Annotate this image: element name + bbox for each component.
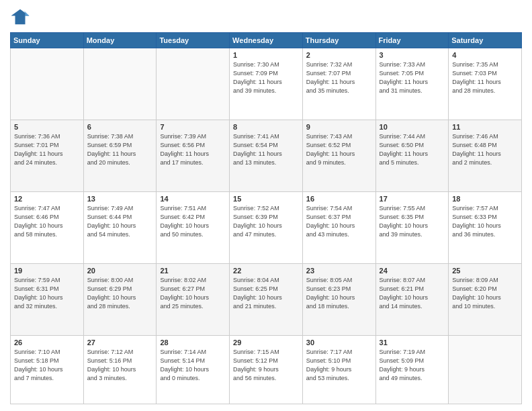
day-info: Sunrise: 7:33 AM Sunset: 7:05 PM Dayligh… [380, 60, 445, 95]
day-number: 5 [14, 123, 80, 131]
day-info: Sunrise: 7:14 AM Sunset: 5:14 PM Dayligh… [160, 348, 226, 383]
weekday-header-wednesday: Wednesday [230, 33, 303, 48]
calendar-table: SundayMondayTuesdayWednesdayThursdayFrid… [10, 32, 522, 404]
calendar-cell: 30Sunrise: 7:17 AM Sunset: 5:10 PM Dayli… [302, 336, 375, 404]
calendar-cell: 24Sunrise: 8:07 AM Sunset: 6:21 PM Dayli… [375, 264, 449, 336]
calendar-cell: 14Sunrise: 7:51 AM Sunset: 6:42 PM Dayli… [157, 192, 230, 264]
calendar-cell: 28Sunrise: 7:14 AM Sunset: 5:14 PM Dayli… [157, 336, 230, 404]
day-info: Sunrise: 7:17 AM Sunset: 5:10 PM Dayligh… [306, 348, 372, 383]
day-info: Sunrise: 7:41 AM Sunset: 6:54 PM Dayligh… [233, 132, 299, 167]
day-number: 7 [160, 123, 226, 131]
day-number: 20 [87, 267, 153, 275]
calendar-cell: 29Sunrise: 7:15 AM Sunset: 5:12 PM Dayli… [230, 336, 303, 404]
calendar-cell: 5Sunrise: 7:36 AM Sunset: 7:01 PM Daylig… [11, 120, 84, 192]
calendar-cell: 2Sunrise: 7:32 AM Sunset: 7:07 PM Daylig… [302, 48, 375, 120]
day-info: Sunrise: 7:55 AM Sunset: 6:35 PM Dayligh… [380, 204, 445, 239]
day-info: Sunrise: 7:15 AM Sunset: 5:12 PM Dayligh… [233, 348, 299, 383]
week-row-1: 1Sunrise: 7:30 AM Sunset: 7:09 PM Daylig… [11, 48, 522, 120]
calendar-cell: 27Sunrise: 7:12 AM Sunset: 5:16 PM Dayli… [83, 336, 157, 404]
calendar-cell: 23Sunrise: 8:05 AM Sunset: 6:23 PM Dayli… [302, 264, 375, 336]
calendar-cell: 20Sunrise: 8:00 AM Sunset: 6:29 PM Dayli… [83, 264, 157, 336]
day-number: 23 [306, 267, 372, 275]
day-number: 2 [306, 51, 372, 59]
calendar-cell: 3Sunrise: 7:33 AM Sunset: 7:05 PM Daylig… [375, 48, 449, 120]
day-info: Sunrise: 8:00 AM Sunset: 6:29 PM Dayligh… [87, 276, 153, 311]
page: SundayMondayTuesdayWednesdayThursdayFrid… [0, 0, 532, 411]
weekday-header-tuesday: Tuesday [157, 33, 230, 48]
day-info: Sunrise: 7:59 AM Sunset: 6:31 PM Dayligh… [14, 276, 80, 311]
day-info: Sunrise: 7:49 AM Sunset: 6:44 PM Dayligh… [87, 204, 153, 239]
weekday-header-thursday: Thursday [302, 33, 375, 48]
calendar-cell [83, 48, 157, 120]
calendar-cell [157, 48, 230, 120]
day-number: 11 [452, 123, 518, 131]
calendar-cell: 22Sunrise: 8:04 AM Sunset: 6:25 PM Dayli… [230, 264, 303, 336]
calendar-cell: 7Sunrise: 7:39 AM Sunset: 6:56 PM Daylig… [157, 120, 230, 192]
weekday-header-row: SundayMondayTuesdayWednesdayThursdayFrid… [11, 33, 522, 48]
day-number: 22 [233, 267, 299, 275]
day-number: 8 [233, 123, 299, 131]
day-number: 14 [160, 195, 226, 203]
header [10, 7, 522, 27]
weekday-header-monday: Monday [83, 33, 157, 48]
svg-marker-0 [11, 9, 30, 25]
calendar-cell: 15Sunrise: 7:52 AM Sunset: 6:39 PM Dayli… [230, 192, 303, 264]
calendar-cell: 8Sunrise: 7:41 AM Sunset: 6:54 PM Daylig… [230, 120, 303, 192]
day-number: 31 [380, 338, 445, 347]
calendar-cell: 10Sunrise: 7:44 AM Sunset: 6:50 PM Dayli… [375, 120, 449, 192]
day-info: Sunrise: 7:32 AM Sunset: 7:07 PM Dayligh… [306, 60, 372, 95]
day-info: Sunrise: 7:38 AM Sunset: 6:59 PM Dayligh… [87, 132, 153, 167]
day-number: 9 [306, 123, 372, 131]
day-info: Sunrise: 7:52 AM Sunset: 6:39 PM Dayligh… [233, 204, 299, 239]
day-number: 17 [380, 195, 445, 203]
day-number: 19 [14, 267, 80, 275]
calendar-cell: 31Sunrise: 7:19 AM Sunset: 5:09 PM Dayli… [375, 336, 449, 404]
day-number: 15 [233, 195, 299, 203]
calendar-cell: 4Sunrise: 7:35 AM Sunset: 7:03 PM Daylig… [449, 48, 522, 120]
day-info: Sunrise: 8:02 AM Sunset: 6:27 PM Dayligh… [160, 276, 226, 311]
day-number: 25 [452, 267, 518, 275]
calendar-cell [449, 336, 522, 404]
calendar-cell [11, 48, 84, 120]
day-number: 28 [160, 338, 226, 347]
calendar-cell: 6Sunrise: 7:38 AM Sunset: 6:59 PM Daylig… [83, 120, 157, 192]
day-number: 30 [306, 338, 372, 347]
day-number: 3 [380, 51, 445, 59]
week-row-3: 12Sunrise: 7:47 AM Sunset: 6:46 PM Dayli… [11, 192, 522, 264]
day-info: Sunrise: 7:10 AM Sunset: 5:18 PM Dayligh… [14, 348, 80, 383]
day-number: 27 [87, 338, 153, 347]
day-info: Sunrise: 7:47 AM Sunset: 6:46 PM Dayligh… [14, 204, 80, 239]
day-number: 16 [306, 195, 372, 203]
day-info: Sunrise: 7:57 AM Sunset: 6:33 PM Dayligh… [452, 204, 518, 239]
day-number: 6 [87, 123, 153, 131]
day-number: 24 [380, 267, 445, 275]
day-number: 4 [452, 51, 518, 59]
day-number: 1 [233, 51, 299, 59]
calendar-cell: 25Sunrise: 8:09 AM Sunset: 6:20 PM Dayli… [449, 264, 522, 336]
day-info: Sunrise: 8:05 AM Sunset: 6:23 PM Dayligh… [306, 276, 372, 311]
day-number: 21 [160, 267, 226, 275]
calendar-cell: 13Sunrise: 7:49 AM Sunset: 6:44 PM Dayli… [83, 192, 157, 264]
calendar-cell: 18Sunrise: 7:57 AM Sunset: 6:33 PM Dayli… [449, 192, 522, 264]
day-info: Sunrise: 7:35 AM Sunset: 7:03 PM Dayligh… [452, 60, 518, 95]
day-info: Sunrise: 8:07 AM Sunset: 6:21 PM Dayligh… [380, 276, 445, 311]
calendar-cell: 16Sunrise: 7:54 AM Sunset: 6:37 PM Dayli… [302, 192, 375, 264]
calendar-cell: 17Sunrise: 7:55 AM Sunset: 6:35 PM Dayli… [375, 192, 449, 264]
logo [10, 7, 33, 27]
calendar-cell: 9Sunrise: 7:43 AM Sunset: 6:52 PM Daylig… [302, 120, 375, 192]
day-info: Sunrise: 7:36 AM Sunset: 7:01 PM Dayligh… [14, 132, 80, 167]
day-info: Sunrise: 7:43 AM Sunset: 6:52 PM Dayligh… [306, 132, 372, 167]
day-number: 18 [452, 195, 518, 203]
day-info: Sunrise: 7:46 AM Sunset: 6:48 PM Dayligh… [452, 132, 518, 167]
day-info: Sunrise: 7:44 AM Sunset: 6:50 PM Dayligh… [380, 132, 445, 167]
day-info: Sunrise: 7:30 AM Sunset: 7:09 PM Dayligh… [233, 60, 299, 95]
weekday-header-sunday: Sunday [11, 33, 84, 48]
calendar-cell: 19Sunrise: 7:59 AM Sunset: 6:31 PM Dayli… [11, 264, 84, 336]
day-number: 12 [14, 195, 80, 203]
day-number: 10 [380, 123, 445, 131]
day-info: Sunrise: 8:09 AM Sunset: 6:20 PM Dayligh… [452, 276, 518, 311]
day-info: Sunrise: 7:19 AM Sunset: 5:09 PM Dayligh… [380, 348, 445, 383]
calendar-cell: 11Sunrise: 7:46 AM Sunset: 6:48 PM Dayli… [449, 120, 522, 192]
week-row-5: 26Sunrise: 7:10 AM Sunset: 5:18 PM Dayli… [11, 336, 522, 404]
day-number: 26 [14, 338, 80, 347]
